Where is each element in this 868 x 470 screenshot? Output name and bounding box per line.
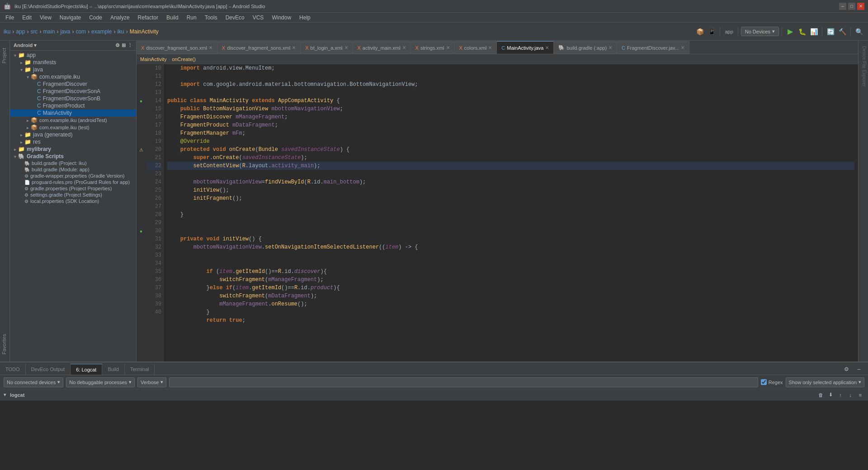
- menu-item-deveco[interactable]: DevEco: [222, 14, 248, 22]
- tree-item-res[interactable]: ▸ 📁 res: [10, 138, 136, 146]
- sync-button[interactable]: 🔄: [825, 26, 836, 37]
- logcat-wrap-btn[interactable]: ≡: [856, 391, 864, 399]
- menu-item-edit[interactable]: Edit: [19, 14, 35, 22]
- logcat-clear-btn[interactable]: 🗑: [816, 391, 825, 399]
- tab-close-discover-son[interactable]: ✕: [209, 45, 212, 50]
- bottom-tab-todo[interactable]: TODO: [0, 364, 26, 375]
- logcat-down-btn[interactable]: ↓: [846, 391, 854, 399]
- search-everywhere-btn[interactable]: 🔍: [854, 26, 864, 37]
- project-dropdown[interactable]: Android ▾: [14, 42, 37, 48]
- sdk-manager-btn[interactable]: 📦: [694, 26, 705, 37]
- logcat-fold-icon[interactable]: ▾: [4, 392, 6, 398]
- no-devices-dropdown[interactable]: No Devices ▾: [741, 27, 779, 36]
- menu-item-vcs[interactable]: VCS: [249, 14, 268, 22]
- breadcrumb-main[interactable]: main: [43, 28, 55, 35]
- tree-item-proguard[interactable]: 📄 proguard-rules.pro (ProGuard Rules for…: [10, 179, 136, 185]
- project-tab[interactable]: Project: [0, 44, 9, 67]
- tab-strings-xml[interactable]: X strings.xml ✕: [411, 41, 455, 54]
- show-only-selected-dropdown[interactable]: Show only selected application ▾: [786, 377, 864, 387]
- menu-item-refactor[interactable]: Refactor: [134, 14, 162, 22]
- tree-item-pkg-main[interactable]: ▾ 📦 com.example.iku: [10, 73, 136, 80]
- logcat-scroll-btn[interactable]: ⬇: [826, 391, 835, 399]
- menu-item-navigate[interactable]: Navigate: [56, 14, 85, 22]
- avd-manager-btn[interactable]: 📱: [706, 26, 717, 37]
- breadcrumb-app[interactable]: app: [16, 28, 25, 35]
- tree-item-app[interactable]: ▾ 📁 app: [10, 52, 136, 59]
- tab-bt-login-xml[interactable]: X bt_login_a.xml ✕: [301, 41, 353, 54]
- breadcrumb-iku2[interactable]: iku: [117, 28, 124, 35]
- menu-item-window[interactable]: Window: [268, 14, 295, 22]
- tree-item-java-generated[interactable]: ▸ 📁 java (generated): [10, 131, 136, 138]
- tree-item-java[interactable]: ▾ 📁 java: [10, 66, 136, 73]
- debug-button[interactable]: 🐛: [797, 26, 807, 37]
- menu-item-run[interactable]: Run: [183, 14, 200, 22]
- verbose-dropdown[interactable]: Verbose ▾: [137, 377, 166, 387]
- tab-activity-main-xml[interactable]: X activity_main.xml ✕: [353, 41, 411, 54]
- build-button[interactable]: 🔨: [837, 26, 848, 37]
- logcat-settings-btn[interactable]: ⚙: [841, 364, 852, 375]
- breadcrumb-oncreate[interactable]: onCreate(): [172, 56, 196, 62]
- bottom-tab-build[interactable]: Build: [102, 364, 124, 375]
- menu-item-help[interactable]: Help: [296, 14, 314, 22]
- logcat-minimize-btn[interactable]: –: [854, 364, 864, 375]
- project-expand-icon[interactable]: ⊞: [122, 42, 126, 48]
- tree-item-gradle-scripts[interactable]: ▾ 🐘 Gradle Scripts: [10, 153, 136, 160]
- tab-close-sons[interactable]: ✕: [292, 45, 296, 50]
- code-text[interactable]: import android.view.MenuItem; import com…: [164, 64, 858, 362]
- maximize-button[interactable]: □: [848, 3, 855, 10]
- tab-close-colors[interactable]: ✕: [488, 45, 492, 50]
- breadcrumb-com[interactable]: com: [75, 28, 86, 35]
- tab-discover-fragment-sons-xml[interactable]: X discover_fragment_sons.xml ✕: [217, 41, 301, 54]
- device-file-explorer-tab[interactable]: Device File Explorer: [859, 42, 868, 90]
- project-gear-icon[interactable]: ⋮: [127, 42, 132, 48]
- logcat-search-input[interactable]: [169, 377, 758, 387]
- tab-close-fragment-discover[interactable]: ✕: [681, 45, 684, 50]
- breadcrumb-example[interactable]: example: [91, 28, 112, 35]
- tree-item-pkg-test[interactable]: ▸ 📦 com.example.iku (test): [10, 124, 136, 131]
- tab-close-strings[interactable]: ✕: [446, 45, 450, 50]
- bottom-tab-logcat[interactable]: 6: Logcat: [71, 364, 102, 375]
- breadcrumb-mainactivity[interactable]: MainActivity: [130, 28, 159, 35]
- tree-item-mylibrary[interactable]: ▸ 📁 mylibrary: [10, 146, 136, 153]
- regex-checkbox[interactable]: [761, 379, 767, 385]
- tab-discover-fragment-son-xml[interactable]: X discover_fragment_son.xml ✕: [137, 41, 217, 54]
- tree-item-fragment-product[interactable]: C FragmentProduct: [10, 102, 136, 109]
- bottom-tab-terminal[interactable]: Terminal: [125, 364, 155, 375]
- tree-item-gradle-wrapper[interactable]: ⚙ gradle-wrapper.properties (Gradle Vers…: [10, 173, 136, 179]
- tab-build-gradle-app[interactable]: 🐘 build.gradle (:app) ✕: [554, 41, 617, 54]
- menu-item-build[interactable]: Build: [163, 14, 182, 22]
- tab-close-mainactivity[interactable]: ✕: [545, 45, 549, 50]
- close-button[interactable]: ✕: [857, 3, 864, 10]
- bottom-tab-deveco-output[interactable]: DevEco Output: [26, 364, 71, 375]
- tree-item-pkg-android-test[interactable]: ▸ 📦 com.example.iku (androidTest): [10, 117, 136, 124]
- tab-fragment-discover-java[interactable]: C FragmentDiscover.jav... ✕: [617, 41, 689, 54]
- tree-item-settings-gradle[interactable]: ⚙ settings.gradle (Project Settings): [10, 192, 136, 198]
- tree-item-local-properties[interactable]: ⚙ local.properties (SDK Location): [10, 198, 136, 204]
- breadcrumb-src[interactable]: src: [30, 28, 38, 35]
- tree-item-fragment-son-b[interactable]: C FragmentDiscoverSonB: [10, 95, 136, 102]
- tree-item-fragment-discover[interactable]: C FragmentDiscover: [10, 80, 136, 88]
- no-connected-devices-dropdown[interactable]: No connected devices ▾: [4, 377, 63, 387]
- tree-item-manifests[interactable]: ▸ 📁 manifests: [10, 59, 136, 66]
- tree-item-gradle-properties[interactable]: ⚙ gradle.properties (Project Properties): [10, 185, 136, 192]
- menu-item-view[interactable]: View: [36, 14, 55, 22]
- tree-item-main-activity[interactable]: C MainActivity: [10, 109, 136, 117]
- breadcrumb-iku[interactable]: iku: [4, 28, 10, 35]
- no-debuggable-processes-dropdown[interactable]: No debuggable processes ▾: [66, 377, 135, 387]
- tree-item-build-gradle-module[interactable]: 🐘 build.gradle (Module: app): [10, 166, 136, 173]
- minimize-button[interactable]: –: [839, 3, 846, 10]
- tree-item-fragment-son-a[interactable]: C FragmentDiscoverSonA: [10, 88, 136, 95]
- menu-item-tools[interactable]: Tools: [201, 14, 221, 22]
- tab-colors-xml[interactable]: X colors.xml ✕: [455, 41, 497, 54]
- logcat-up-btn[interactable]: ↑: [836, 391, 844, 399]
- tab-close-activity-main[interactable]: ✕: [402, 45, 406, 50]
- menu-item-file[interactable]: File: [2, 14, 18, 22]
- menu-item-analyze[interactable]: Analyze: [107, 14, 133, 22]
- run-button[interactable]: ▶: [785, 26, 796, 37]
- breadcrumb-mainactivity[interactable]: MainActivity: [140, 56, 167, 62]
- menu-item-code[interactable]: Code: [85, 14, 106, 22]
- tree-item-build-gradle-project[interactable]: 🐘 build.gradle (Project: iku): [10, 160, 136, 166]
- profile-button[interactable]: 📊: [808, 26, 819, 37]
- tab-mainactivity-java[interactable]: C MainActivity.java ✕: [497, 41, 554, 54]
- favorites-tab[interactable]: Favorites: [0, 330, 9, 358]
